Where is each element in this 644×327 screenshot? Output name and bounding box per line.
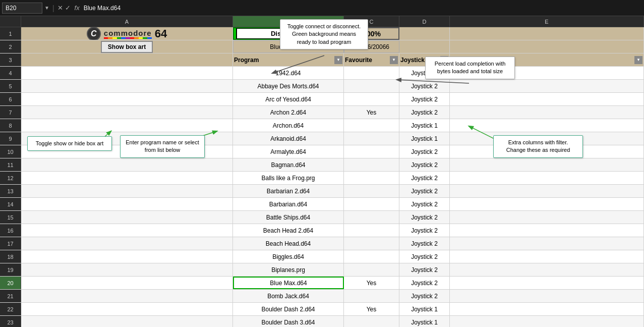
row14-program[interactable]: Barbarian.d64 <box>233 198 344 210</box>
row22-program[interactable]: Boulder Dash 2.d64 <box>233 303 344 315</box>
row-17: 17 Beach Head.d64 Joystick 2 <box>0 237 644 250</box>
row18-notes <box>450 250 644 263</box>
commodore-text: commodore <box>104 29 152 37</box>
row20-col-a <box>21 277 233 289</box>
row16-favourite <box>344 224 399 237</box>
row4-program[interactable]: 1942.d64 <box>233 67 344 79</box>
row21-notes <box>450 290 644 302</box>
row5-notes <box>450 80 644 92</box>
row14-favourite <box>344 198 399 210</box>
row-6: 6 Arc of Yesod.d64 Joystick 2 <box>0 93 644 106</box>
row18-program[interactable]: Biggles.d64 <box>233 250 344 263</box>
row20-program[interactable]: Blue Max.d64 <box>233 277 344 289</box>
row20-favourite: Yes <box>344 277 399 289</box>
row1-col-e <box>450 27 644 40</box>
row22-notes <box>450 303 644 315</box>
row21-col-a <box>21 290 233 302</box>
row-num-21: 21 <box>0 290 21 302</box>
row-15: 15 Battle Ships.d64 Joystick 2 <box>0 211 644 224</box>
row-num-3: 3 <box>0 53 21 66</box>
program-col-header: Program <box>234 57 259 64</box>
row10-program[interactable]: Armalyte.d64 <box>233 145 344 158</box>
formula-x-icon[interactable]: ✕ <box>57 4 63 12</box>
row21-program[interactable]: Bomb Jack.d64 <box>233 290 344 302</box>
row7-program[interactable]: Archon 2.d64 <box>233 106 344 119</box>
row-num-12: 12 <box>0 172 21 184</box>
row5-favourite <box>344 80 399 92</box>
row15-joystick: Joystick 2 <box>399 211 450 224</box>
row15-program[interactable]: Battle Ships.d64 <box>233 211 344 224</box>
row2-col-e <box>450 40 644 53</box>
row-4: 4 1942.d64 Joystick 2 <box>0 67 644 80</box>
row11-notes <box>450 158 644 171</box>
program-filter-icon[interactable]: ▼ <box>334 56 342 64</box>
formula-value: Blue Max.d64 <box>84 5 642 12</box>
c64-number: 64 <box>155 27 167 40</box>
col-header-e: E <box>450 16 644 27</box>
cell-ref-value: B20 <box>6 5 16 12</box>
row-num-11: 11 <box>0 158 21 171</box>
row17-joystick: Joystick 2 <box>399 237 450 250</box>
row16-program[interactable]: Beach Head 2.d64 <box>233 224 344 237</box>
row5-program[interactable]: Abbaye Des Morts.d64 <box>233 80 344 92</box>
row1-col-a: C commodore <box>21 27 233 40</box>
row22-col-a <box>21 303 233 315</box>
show-box-art-button[interactable]: Show box art <box>101 41 153 53</box>
col-header-a: A <box>21 16 233 27</box>
row2-col-a: Show box art <box>21 40 233 53</box>
row7-joystick: Joystick 2 <box>399 106 450 119</box>
row-22: 22 Boulder Dash 2.d64 Yes Joystick 1 <box>0 303 644 316</box>
row6-col-a <box>21 93 233 105</box>
row17-program[interactable]: Beach Head.d64 <box>233 237 344 250</box>
cell-ref-dropdown[interactable]: ▼ <box>44 5 49 11</box>
row-num-9: 9 <box>0 132 21 145</box>
row-num-17: 17 <box>0 237 21 250</box>
row23-program[interactable]: Boulder Dash 3.d64 <box>233 316 344 327</box>
row11-col-a <box>21 158 233 171</box>
favourite-filter-icon[interactable]: ▼ <box>390 56 398 64</box>
row6-notes <box>450 93 644 105</box>
row14-joystick: Joystick 2 <box>399 198 450 210</box>
row16-notes <box>450 224 644 237</box>
row-num-5: 5 <box>0 80 21 92</box>
row12-col-a <box>21 172 233 184</box>
row11-joystick: Joystick 2 <box>399 158 450 171</box>
row-19: 19 Biplanes.prg Joystick 2 <box>0 263 644 277</box>
row20-joystick: Joystick 2 <box>399 277 450 289</box>
row5-col-a <box>21 80 233 92</box>
row-num-16: 16 <box>0 224 21 237</box>
row-21: 21 Bomb Jack.d64 Joystick 2 <box>0 290 644 303</box>
row12-notes <box>450 172 644 184</box>
row20-notes <box>450 277 644 289</box>
row-16: 16 Beach Head 2.d64 Joystick 2 <box>0 224 644 237</box>
row4-favourite <box>344 67 399 79</box>
enter-program-callout: Enter program name or select from list b… <box>120 135 205 158</box>
row6-program[interactable]: Arc of Yesod.d64 <box>233 93 344 105</box>
row-8: 8 Archon.d64 Joystick 1 <box>0 119 644 132</box>
row-num-18: 18 <box>0 250 21 263</box>
row-num-1: 1 <box>0 27 21 40</box>
row16-col-a <box>21 224 233 237</box>
row16-joystick: Joystick 2 <box>399 224 450 237</box>
row9-program[interactable]: Arkanoid.d64 <box>233 132 344 145</box>
row8-program[interactable]: Archon.d64 <box>233 119 344 132</box>
cell-ref-box[interactable]: B20 <box>2 3 42 14</box>
row13-program[interactable]: Barbarian 2.d64 <box>233 185 344 197</box>
formula-check-icon[interactable]: ✓ <box>65 4 71 12</box>
fx-label: fx <box>73 4 82 12</box>
row11-program[interactable]: Bagman.d64 <box>233 158 344 171</box>
toggle-connect-callout: Toggle connect or disconnect. Green back… <box>280 19 368 49</box>
row-num-20: 20 <box>0 277 21 289</box>
row-5: 5 Abbaye Des Morts.d64 Joystick 2 <box>0 80 644 93</box>
row19-favourite <box>344 263 399 276</box>
row-12: 12 Balls like a Frog.prg Joystick 2 <box>0 172 644 185</box>
row12-program[interactable]: Balls like a Frog.prg <box>233 172 344 184</box>
extra-columns-callout: Extra columns with filter. Change these … <box>493 135 583 158</box>
row11-favourite <box>344 158 399 171</box>
row19-program[interactable]: Biplanes.prg <box>233 263 344 276</box>
row13-notes <box>450 185 644 197</box>
notes-filter-icon[interactable]: ▼ <box>634 56 642 64</box>
row13-favourite <box>344 185 399 197</box>
row14-notes <box>450 198 644 210</box>
spreadsheet: A B C D E 1 C co <box>0 16 644 327</box>
